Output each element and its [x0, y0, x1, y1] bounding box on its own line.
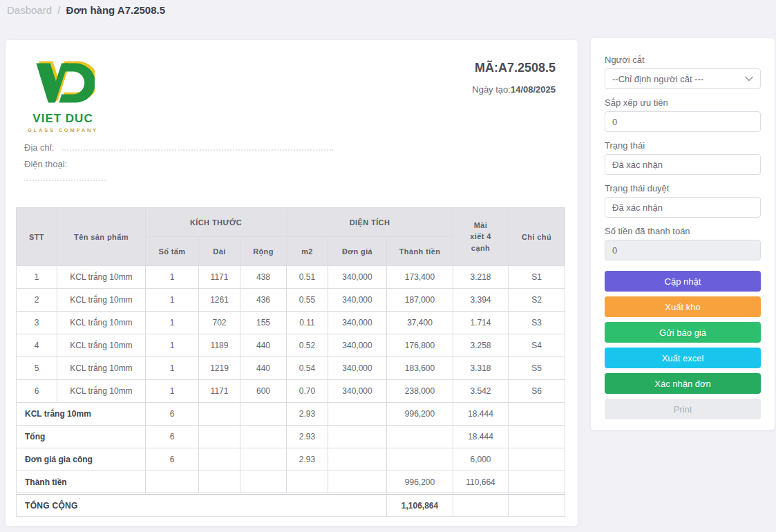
- order-date-label: Ngày tạo:: [472, 84, 511, 95]
- table-cell: [146, 471, 199, 494]
- table-cell: 340,000: [328, 289, 387, 312]
- table-cell: 187,000: [387, 289, 453, 312]
- table-cell: [240, 471, 287, 494]
- export-warehouse-button[interactable]: Xuất kho: [605, 296, 761, 317]
- table-cell: [199, 471, 240, 494]
- table-cell: S2: [509, 289, 565, 312]
- print-button[interactable]: Print: [605, 399, 761, 419]
- table-cell: 0.52: [287, 334, 328, 357]
- order-items-table: STT Tên sản phẩm KÍCH THƯỚC DIỆN TÍCH Mà…: [16, 207, 565, 517]
- priority-input[interactable]: [605, 111, 761, 132]
- table-cell: 2: [17, 289, 57, 312]
- table-cell: S1: [509, 266, 565, 289]
- company-subtitle: GLASS COMPANY: [24, 127, 102, 133]
- table-cell: S4: [509, 334, 565, 357]
- summary-label: Tổng: [17, 426, 146, 448]
- table-cell: 2.93: [287, 448, 328, 471]
- table-cell: 0.55: [287, 289, 328, 312]
- priority-label: Sắp xếp ưu tiên: [605, 97, 761, 108]
- table-cell: 2.93: [287, 403, 328, 426]
- table-cell: 438: [240, 266, 287, 289]
- address-redacted-text: [62, 144, 333, 151]
- phone-row: Điện thoại:: [24, 159, 67, 169]
- table-cell: KCL trắng 10mm: [57, 266, 146, 289]
- col-header-m2: m2: [287, 237, 328, 266]
- summary-label: Thành tiền: [17, 471, 146, 494]
- table-cell: [199, 426, 240, 448]
- grand-total-row: TỔNG CỘNG 1,106,864: [17, 494, 565, 517]
- phone-redacted-text: [24, 174, 106, 181]
- table-summary: KCL trắng 10mm 6 2.93 996,200 18.444 Tổn…: [17, 403, 565, 517]
- table-cell: 1171: [199, 380, 240, 403]
- viet-duc-logo-icon: [31, 58, 95, 108]
- table-row: 5KCL trắng 10mm112194400.54340,000183,60…: [17, 357, 565, 380]
- table-cell: 1: [146, 380, 199, 403]
- col-header-stt: STT: [17, 208, 57, 266]
- table-cell: [509, 494, 565, 517]
- table-cell: 3.542: [453, 380, 509, 403]
- table-cell: 155: [240, 312, 287, 334]
- table-cell: 1: [146, 289, 199, 312]
- table-cell: [240, 403, 287, 426]
- table-cell: 3.318: [453, 357, 509, 380]
- breadcrumb: Dasboard / Đơn hàng A7.2508.5: [7, 4, 165, 16]
- col-header-sheets: Số tấm: [146, 237, 199, 266]
- chevron-down-icon: [745, 76, 753, 82]
- table-cell: 183,600: [387, 357, 453, 380]
- update-button[interactable]: Cập nhật: [605, 271, 761, 292]
- order-code: MÃ:A7.2508.5: [475, 61, 556, 75]
- col-group-size: KÍCH THƯỚC: [146, 208, 287, 237]
- order-card: VIET DUC GLASS COMPANY MÃ:A7.2508.5 Ngày…: [6, 40, 578, 526]
- table-cell: 1: [146, 334, 199, 357]
- status-input[interactable]: [605, 154, 761, 175]
- table-row: 3KCL trắng 10mm17021550.11340,00037,4001…: [17, 312, 565, 334]
- col-header-width: Rộng: [240, 237, 287, 266]
- table-cell: KCL trắng 10mm: [57, 312, 146, 334]
- table-cell: 18.444: [453, 403, 509, 426]
- table-cell: 1189: [199, 334, 240, 357]
- breadcrumb-separator: /: [57, 4, 60, 16]
- table-cell: 340,000: [328, 266, 387, 289]
- table-cell: 238,000: [387, 380, 453, 403]
- table-cell: [509, 403, 565, 426]
- table-cell: 6: [146, 448, 199, 471]
- company-logo: VIET DUC GLASS COMPANY: [24, 58, 102, 133]
- table-cell: 37,400: [387, 312, 453, 334]
- table-cell: 173,400: [387, 266, 453, 289]
- approval-status-input[interactable]: [605, 197, 761, 218]
- order-code-value: A7.2508.5: [498, 61, 556, 75]
- col-header-length: Dài: [199, 237, 240, 266]
- approval-status-label: Trạng thái duyệt: [605, 183, 761, 193]
- paid-amount-label: Số tiền đã thanh toán: [605, 226, 761, 236]
- table-cell: [240, 426, 287, 448]
- table-cell: [328, 448, 387, 471]
- export-excel-button[interactable]: Xuất excel: [605, 348, 761, 368]
- send-quote-button[interactable]: Gửi báo giá: [605, 322, 761, 343]
- table-cell: 3.394: [453, 289, 509, 312]
- table-cell: 996,200: [387, 403, 453, 426]
- confirm-order-button[interactable]: Xác nhận đơn: [605, 373, 761, 394]
- summary-row-processing-price: Đơn giá gia công 6 2.93 6,000: [17, 448, 565, 471]
- table-cell: S6: [509, 380, 565, 403]
- table-cell: [328, 426, 387, 448]
- table-row: 1KCL trắng 10mm111714380.51340,000173,40…: [17, 266, 565, 289]
- col-header-product: Tên sản phẩm: [57, 208, 146, 266]
- table-cell: 0.70: [287, 380, 328, 403]
- table-cell: 600: [240, 380, 287, 403]
- cutter-select[interactable]: --Chỉ định người cắt ---: [605, 68, 761, 89]
- grand-total-label: TỔNG CỘNG: [17, 494, 387, 517]
- table-row: 6KCL trắng 10mm111716000.70340,000238,00…: [17, 380, 565, 403]
- table-cell: 996,200: [387, 471, 453, 494]
- order-date-value: 14/08/2025: [511, 84, 556, 95]
- breadcrumb-dashboard-link[interactable]: Dasboard: [7, 4, 52, 16]
- table-cell: 0.51: [287, 266, 328, 289]
- col-header-amount: Thành tiền: [387, 237, 453, 266]
- order-detail-page: Dasboard / Đơn hàng A7.2508.5 VIET DUC G…: [0, 0, 776, 532]
- table-cell: 6: [146, 426, 199, 448]
- table-cell: 1171: [199, 266, 240, 289]
- cutter-select-value: --Chỉ định người cắt ---: [612, 74, 703, 84]
- table-cell: 1: [146, 266, 199, 289]
- table-cell: 5: [17, 357, 57, 380]
- paid-amount-input: [605, 240, 761, 260]
- order-code-label: MÃ:: [475, 61, 498, 75]
